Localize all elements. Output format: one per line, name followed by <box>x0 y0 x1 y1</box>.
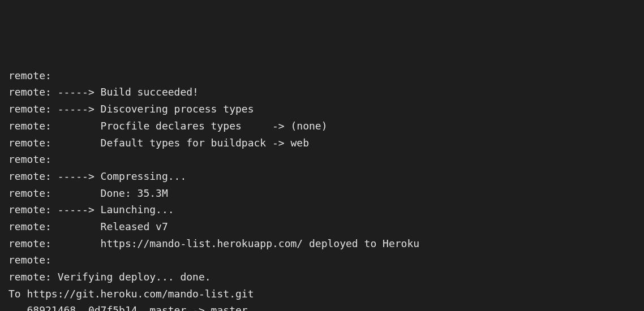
output-line: remote: -----> Compressing... <box>8 168 636 185</box>
output-line: remote: <box>8 67 636 84</box>
output-line: remote: Verifying deploy... done. <box>8 269 636 286</box>
output-line: remote: -----> Launching... <box>8 201 636 218</box>
output-line: 68921468..0d7f5b14 master -> master <box>8 302 636 311</box>
terminal-output[interactable]: remote: remote: -----> Build succeeded!r… <box>8 67 636 311</box>
output-line: remote: -----> Discovering process types <box>8 101 636 118</box>
output-line: remote: Released v7 <box>8 218 636 235</box>
output-line: remote: -----> Build succeeded! <box>8 84 636 101</box>
output-line: remote: https://mando-list.herokuapp.com… <box>8 235 636 252</box>
output-line: remote: <box>8 151 636 168</box>
output-line: remote: <box>8 252 636 269</box>
output-line: remote: Procfile declares types -> (none… <box>8 118 636 135</box>
output-line: To https://git.heroku.com/mando-list.git <box>8 286 636 303</box>
output-line: remote: Default types for buildpack -> w… <box>8 135 636 152</box>
output-line: remote: Done: 35.3M <box>8 185 636 202</box>
